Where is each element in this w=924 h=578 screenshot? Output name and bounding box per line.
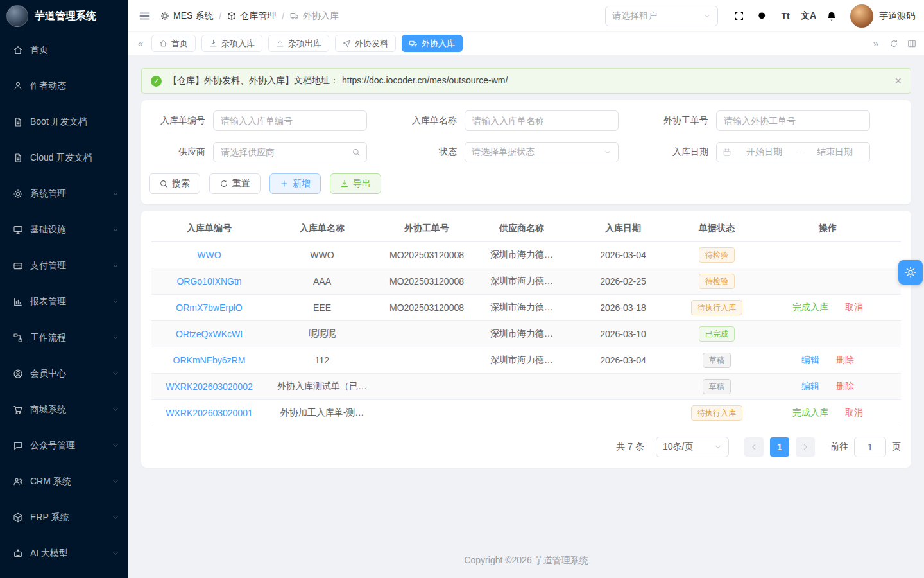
sidebar-item-erp[interactable]: ERP 系统	[0, 500, 128, 536]
chevron-down-icon	[112, 298, 119, 306]
work-order-input[interactable]	[717, 111, 869, 130]
delete-link[interactable]: 删除	[836, 381, 854, 391]
tab-misc-inbound[interactable]: 杂项入库	[201, 35, 262, 52]
next-page-button[interactable]	[796, 437, 815, 457]
reset-button[interactable]: 重置	[209, 173, 261, 194]
orders-table: 入库单编号 入库单名称 外协工单号 供应商名称 入库日期 单据状态 操作 WWO	[151, 216, 901, 426]
sidebar-item-payment[interactable]: 支付管理	[0, 248, 128, 284]
sidebar-item-cloud-docs[interactable]: Cloud 开发文档	[0, 140, 128, 176]
outbound-icon	[276, 39, 284, 48]
sidebar-item-system-management[interactable]: 系统管理	[0, 176, 128, 212]
order-no-link[interactable]: WXRK202603020002	[166, 381, 252, 392]
row-operations: 编辑 删除	[755, 347, 901, 373]
order-name-input[interactable]	[465, 111, 618, 130]
sidebar-item-boot-docs[interactable]: Boot 开发文档	[0, 104, 128, 140]
tabs-bar: « 首页 杂项入库 杂项出库 外协发料	[128, 32, 924, 55]
tabs-scroll-right-button[interactable]: »	[869, 35, 883, 52]
table-panel: 入库单编号 入库单名称 外协工单号 供应商名称 入库日期 单据状态 操作 WWO	[141, 211, 911, 468]
row-operations: 编辑 删除	[755, 373, 901, 399]
tenant-select[interactable]: 请选择租户	[605, 6, 718, 26]
gear-icon	[160, 12, 169, 21]
sidebar: 芋道管理系统 首页 作者动态 Boot 开发文档 Cloud 开发文档 系统管理	[0, 0, 128, 578]
col-status: 单据状态	[679, 216, 755, 241]
page-size-select[interactable]: 10条/页	[656, 437, 729, 457]
cancel-link[interactable]: 取消	[845, 407, 863, 417]
collapse-sidebar-button[interactable]	[133, 5, 155, 27]
edit-link[interactable]: 编辑	[801, 381, 819, 391]
locale-switch-button[interactable]: 文A	[798, 5, 819, 27]
gear-icon	[13, 189, 23, 199]
notifications-button[interactable]	[821, 5, 843, 27]
prev-page-button[interactable]	[744, 437, 764, 457]
complete-inbound-link[interactable]: 完成入库	[792, 407, 828, 417]
global-search-button[interactable]	[751, 5, 773, 27]
order-no-link[interactable]: ORtzeQxWKcWI	[176, 329, 243, 339]
tab-outsource-inbound[interactable]: 外协入库	[402, 35, 463, 52]
status-badge: 待检验	[699, 247, 735, 263]
hamburger-menu-icon	[139, 10, 150, 22]
sidebar-item-author-news[interactable]: 作者动态	[0, 68, 128, 104]
edit-link[interactable]: 编辑	[801, 355, 819, 365]
chevron-down-icon	[112, 190, 119, 198]
search-button[interactable]: 搜索	[149, 173, 200, 194]
status-select[interactable]: 请选择单据状态	[465, 142, 619, 162]
sidebar-item-report[interactable]: 报表管理	[0, 284, 128, 320]
delete-link[interactable]: 删除	[836, 355, 854, 365]
tab-home[interactable]: 首页	[151, 35, 196, 52]
sidebar-item-official-account[interactable]: 公众号管理	[0, 428, 128, 464]
sidebar-item-workflow[interactable]: 工作流程	[0, 320, 128, 356]
font-size-button[interactable]: Tt	[774, 5, 796, 27]
supplier-label: 供应商	[149, 146, 213, 158]
tabs-list: 首页 杂项入库 杂项出库 外协发料 外协入库	[151, 35, 865, 52]
user-menu[interactable]: 芋道源码	[850, 4, 915, 28]
sidebar-item-infrastructure[interactable]: 基础设施	[0, 212, 128, 248]
layout-settings-button[interactable]	[905, 35, 919, 52]
tab-misc-outbound[interactable]: 杂项出库	[268, 35, 329, 52]
table-row: ORGo10IXNGtn AAA MO202503120008 深圳市海力德… …	[151, 268, 901, 294]
page-1-button[interactable]: 1	[770, 437, 789, 457]
sidebar-item-ai[interactable]: AI 大模型	[0, 536, 128, 572]
tab-outsource-issue[interactable]: 外协发料	[335, 35, 396, 52]
chart-icon	[13, 297, 23, 307]
breadcrumb-item-mes[interactable]: MES 系统	[160, 10, 213, 22]
status-badge: 草稿	[703, 353, 731, 368]
copyright: Copyright ©2026 芋道管理系统	[141, 547, 911, 569]
col-operations: 操作	[755, 216, 901, 241]
breadcrumb-item-warehouse[interactable]: 仓库管理	[227, 10, 276, 22]
goto-page-input[interactable]	[854, 437, 886, 457]
order-no-link[interactable]: WXRK202603020001	[166, 408, 252, 418]
breadcrumb-separator: /	[282, 11, 284, 21]
refresh-tab-button[interactable]	[887, 35, 901, 52]
sidebar-item-mall[interactable]: 商城系统	[0, 392, 128, 428]
status-badge: 待执行入库	[691, 300, 742, 315]
tabs-scroll-left-button[interactable]: «	[133, 35, 148, 52]
order-no-input[interactable]	[214, 111, 366, 130]
chevron-down-icon	[112, 334, 119, 342]
table-row: WWO WWO MO202503120008 深圳市海力德… 2026-03-0…	[151, 241, 901, 268]
date-range-picker[interactable]: 开始日期 – 结束日期	[716, 142, 870, 162]
supplier-input[interactable]	[214, 143, 366, 162]
app-logo[interactable]: 芋道管理系统	[0, 0, 128, 32]
fullscreen-button[interactable]	[728, 5, 750, 27]
doc-link[interactable]: https://doc.iocoder.cn/mes/outsource-wm/	[342, 75, 508, 85]
cancel-link[interactable]: 取消	[845, 302, 863, 312]
alert-close-icon[interactable]: ×	[894, 75, 902, 87]
chevron-down-icon	[112, 514, 119, 521]
row-operations	[755, 241, 901, 268]
header-actions: 请选择租户 Tt 文A 芋道源码	[605, 4, 915, 28]
filter-status: 状态 请选择单据状态	[400, 142, 652, 162]
theme-settings-button[interactable]	[898, 260, 923, 285]
order-no-link[interactable]: ORKmNEby6zRM	[173, 355, 246, 365]
sidebar-item-member-center[interactable]: 会员中心	[0, 356, 128, 392]
add-button[interactable]: 新增	[270, 173, 321, 194]
complete-inbound-link[interactable]: 完成入库	[792, 302, 828, 312]
order-no-link[interactable]: WWO	[197, 250, 221, 260]
order-no-link[interactable]: ORmX7bwErplO	[176, 302, 242, 313]
sidebar-item-home[interactable]: 首页	[0, 32, 128, 68]
breadcrumb: MES 系统 / 仓库管理 / 外协入库	[160, 10, 339, 22]
order-no-link[interactable]: ORGo10IXNGtn	[176, 276, 241, 286]
truck-icon	[290, 12, 299, 21]
search-icon	[159, 179, 168, 188]
export-button[interactable]: 导出	[330, 173, 381, 194]
sidebar-item-crm[interactable]: CRM 系统	[0, 464, 128, 500]
